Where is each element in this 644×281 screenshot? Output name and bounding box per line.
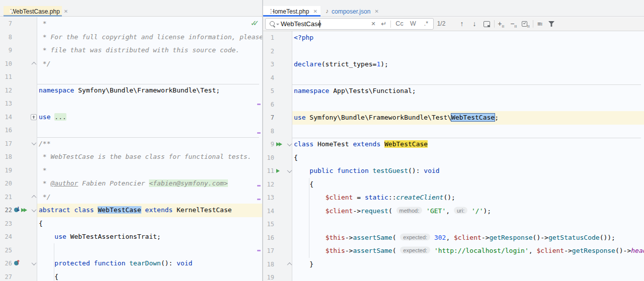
code-line[interactable]: 20 * @author Fabien Potencier <fabien@sy…: [0, 177, 262, 191]
new-line-icon[interactable]: ↵: [380, 19, 388, 29]
code-line[interactable]: 12 {: [263, 178, 644, 192]
fold-expand-icon[interactable]: [31, 114, 37, 120]
fold-end-icon[interactable]: [31, 62, 36, 67]
code-line[interactable]: 5namespace App\Tests\Functional;: [263, 84, 644, 98]
code-line[interactable]: 13: [0, 97, 262, 111]
code-line[interactable]: 3declare(strict_types=1);: [263, 58, 644, 71]
close-tab-icon[interactable]: ✕: [373, 9, 379, 15]
code-line[interactable]: 2: [263, 45, 644, 58]
code-line[interactable]: 1<?php: [263, 31, 644, 45]
filter-search-results-icon[interactable]: [548, 21, 554, 27]
implementations-icon[interactable]: ↓: [14, 207, 21, 214]
code-line[interactable]: 10{: [263, 151, 644, 165]
vcs-change-marker: [257, 185, 261, 186]
code-line[interactable]: 19: [263, 271, 644, 281]
fold-end-icon[interactable]: [287, 262, 292, 267]
code-line[interactable]: 23{: [0, 217, 262, 231]
regex-toggle[interactable]: .*: [421, 19, 432, 29]
fold-collapse-icon[interactable]: [31, 260, 36, 265]
line-number: 15: [263, 218, 276, 231]
fold-collapse-icon[interactable]: [287, 141, 292, 146]
code-text: {: [37, 270, 262, 281]
code-line[interactable]: 17/**: [0, 137, 262, 151]
whole-words-toggle[interactable]: W: [408, 19, 419, 29]
inspections-ok-icon[interactable]: ✓✓: [251, 19, 259, 28]
fold-end-icon[interactable]: [31, 195, 36, 200]
code-line[interactable]: 17 $this->assertSame( expected: 'http://…: [263, 244, 644, 258]
code-line[interactable]: 14use ...: [0, 111, 262, 124]
code-line[interactable]: 18 }: [263, 258, 644, 271]
fold-collapse-icon[interactable]: [287, 168, 292, 173]
code-line[interactable]: 15: [263, 218, 644, 231]
code-line[interactable]: 7 *: [0, 17, 262, 31]
code-text: /**: [37, 137, 262, 151]
search-history-chevron-icon[interactable]: [276, 24, 279, 25]
code-text: namespace App\Tests\Functional;: [292, 84, 644, 98]
close-tab-icon[interactable]: ✕: [312, 9, 318, 15]
code-line[interactable]: 27 {: [0, 270, 262, 281]
fold-column: [286, 178, 292, 192]
previous-occurrence-icon[interactable]: ↑: [457, 17, 467, 31]
clear-search-icon[interactable]: ✕: [369, 19, 377, 29]
fold-collapse-icon[interactable]: [31, 207, 36, 212]
code-line[interactable]: 25: [0, 244, 262, 257]
code-line[interactable]: 21 */: [0, 191, 262, 204]
gutter-icons: [14, 31, 30, 44]
code-line[interactable]: 8: [263, 125, 644, 138]
code-line[interactable]: 10 */: [0, 57, 262, 71]
fold-column: [30, 124, 37, 137]
divider: [533, 20, 533, 28]
code-line[interactable]: 12namespace Symfony\Bundle\FrameworkBund…: [0, 84, 262, 98]
editor-splitter[interactable]: [262, 0, 263, 281]
search-input[interactable]: WebTestCase ✕ ↵ Cc W .*: [265, 18, 434, 30]
gutter-icons: [276, 111, 286, 125]
remove-selection-occurrence-icon[interactable]: −II: [509, 17, 519, 31]
fold-column: [30, 244, 37, 257]
code-line[interactable]: 4: [263, 71, 644, 85]
right-editor[interactable]: 1<?php23declare(strict_types=1);45namesp…: [263, 31, 644, 281]
code-line[interactable]: 11: [0, 70, 262, 84]
run-class-icon[interactable]: [276, 142, 282, 146]
code-line[interactable]: 6: [263, 98, 644, 112]
code-line[interactable]: 16: [0, 124, 262, 137]
code-line[interactable]: 7use Symfony\Bundle\FrameworkBundle\Test…: [263, 111, 644, 125]
fold-collapse-icon[interactable]: [31, 140, 36, 145]
close-tab-icon[interactable]: ✕: [63, 9, 69, 15]
code-text: abstract class WebTestCase extends Kerne…: [37, 204, 262, 217]
line-number: 19: [0, 164, 14, 177]
run-test-icon[interactable]: [276, 169, 280, 173]
tab-composer-json[interactable]: ♪ composer.json ✕: [321, 6, 377, 17]
json-file-icon: ♪: [326, 8, 329, 15]
code-line[interactable]: 14 $client->request( method: 'GET', uri:…: [263, 205, 644, 218]
tab-hometest-php[interactable]: HomeTest.php ✕: [263, 6, 320, 17]
next-occurrence-icon[interactable]: ↓: [469, 17, 479, 31]
open-in-find-window-icon[interactable]: [484, 21, 490, 27]
code-line[interactable]: 18 * WebTestCase is the base class for f…: [0, 150, 262, 164]
code-line[interactable]: 9 * file that was distributed with this …: [0, 44, 262, 57]
add-selection-next-occurrence-icon[interactable]: +II: [496, 17, 506, 31]
code-line[interactable]: 16 $this->assertSame( expected: 302, $cl…: [263, 231, 644, 245]
divider: [494, 20, 495, 28]
overrides-icon[interactable]: ↑: [14, 260, 21, 267]
search-options-icon[interactable]: ≡I: [535, 17, 545, 31]
code-text: $this->assertSame( expected: 'http://loc…: [292, 244, 644, 258]
match-case-toggle[interactable]: Cc: [394, 19, 405, 29]
tab-webtestcase-php[interactable]: WebTestCase.php ✕: [4, 6, 62, 17]
gutter-icons: [14, 191, 30, 204]
code-line[interactable]: 13 $client = static::createClient();: [263, 191, 644, 205]
code-line[interactable]: 22↓abstract class WebTestCase extends Ke…: [0, 204, 262, 217]
line-number: 7: [263, 111, 276, 125]
code-line[interactable]: 11 public function testGuest(): void: [263, 164, 644, 178]
select-all-occurrences-icon[interactable]: II: [521, 17, 531, 31]
left-editor[interactable]: 7 *8 * For the full copyright and licens…: [0, 17, 262, 281]
code-line[interactable]: 24 use WebTestAssertionsTrait;: [0, 230, 262, 244]
code-line[interactable]: 19 *: [0, 164, 262, 177]
code-line[interactable]: 8 * For the full copyright and license i…: [0, 31, 262, 44]
code-line[interactable]: 26↑ protected function tearDown(): void: [0, 257, 262, 270]
gutter-icons: [14, 217, 30, 231]
code-line[interactable]: 9class HomeTest extends WebTestCase: [263, 138, 644, 151]
code-text: [292, 45, 644, 58]
run-class-icon[interactable]: [21, 208, 27, 212]
fold-column: [30, 270, 37, 281]
line-number: 16: [263, 231, 276, 245]
